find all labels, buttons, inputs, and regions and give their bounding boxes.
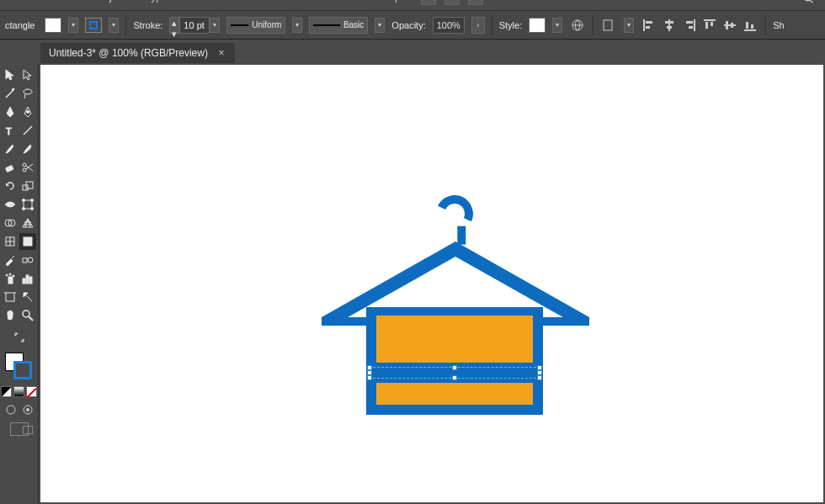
- blob-brush-tool-icon[interactable]: [19, 141, 36, 157]
- svg-rect-23: [751, 24, 753, 29]
- svg-rect-8: [646, 26, 650, 29]
- svg-rect-44: [24, 237, 32, 246]
- svg-point-26: [27, 111, 29, 114]
- towel-bottom-rect[interactable]: [375, 382, 534, 406]
- align-top-icon[interactable]: [701, 18, 718, 33]
- scissors-tool-icon[interactable]: [19, 159, 36, 176]
- brush-def-dropdown[interactable]: ▾: [375, 18, 385, 33]
- selection-tool-icon[interactable]: [2, 66, 19, 83]
- slice-tool-icon[interactable]: [19, 289, 36, 305]
- none-mode-icon[interactable]: [26, 386, 37, 397]
- scale-tool-icon[interactable]: [19, 178, 36, 194]
- style-label: Style:: [499, 20, 523, 30]
- align-right-icon[interactable]: [681, 18, 698, 33]
- stroke-profile-dropdown[interactable]: ▾: [292, 18, 302, 33]
- brush-def-select[interactable]: Basic: [309, 17, 368, 34]
- eyedropper-tool-icon[interactable]: [2, 252, 19, 268]
- stock-icon[interactable]: [444, 0, 460, 5]
- mesh-tool-icon[interactable]: [2, 233, 19, 250]
- svg-point-46: [28, 257, 33, 263]
- color-mode-icon[interactable]: [1, 386, 12, 397]
- resize-handle[interactable]: [367, 375, 372, 380]
- svg-point-35: [23, 199, 25, 202]
- align-to-icon[interactable]: [600, 17, 617, 34]
- svg-rect-11: [667, 26, 672, 29]
- symbol-sprayer-tool-icon[interactable]: [2, 270, 19, 287]
- stroke-weight-stepper[interactable]: ▴▾ 10 pt ▾: [169, 17, 220, 34]
- document-tab[interactable]: Untitled-3* @ 100% (RGB/Preview) ×: [40, 43, 235, 63]
- toggle-fill-stroke-icon[interactable]: [11, 329, 28, 346]
- hanger-hook-shape[interactable]: [431, 190, 478, 237]
- resize-handle[interactable]: [452, 365, 457, 370]
- svg-line-58: [29, 316, 33, 321]
- style-dropdown[interactable]: ▾: [552, 18, 562, 33]
- align-left-icon[interactable]: [641, 18, 657, 33]
- pen-tool-icon[interactable]: [2, 103, 19, 120]
- recolor-icon[interactable]: [569, 17, 586, 34]
- perspective-grid-tool-icon[interactable]: [19, 215, 36, 231]
- draw-normal-icon[interactable]: [5, 404, 17, 416]
- align-bottom-icon[interactable]: [742, 18, 758, 33]
- direct-selection-tool-icon[interactable]: [19, 66, 36, 83]
- stroke-color-swatch[interactable]: [13, 361, 32, 379]
- stroke-profile-select[interactable]: Uniform: [226, 17, 285, 34]
- opacity-more[interactable]: ›: [471, 17, 485, 34]
- svg-point-57: [23, 310, 29, 317]
- resize-handle[interactable]: [537, 375, 542, 380]
- eraser-tool-icon[interactable]: [2, 159, 19, 176]
- blend-tool-icon[interactable]: [19, 252, 36, 268]
- shape-panel-label[interactable]: Sh: [773, 20, 784, 30]
- stroke-weight-value[interactable]: 10 pt: [179, 17, 210, 34]
- resize-handle[interactable]: [452, 375, 457, 380]
- align-to-dropdown[interactable]: ▾: [624, 18, 634, 33]
- fill-dropdown[interactable]: ▾: [68, 18, 78, 33]
- hand-tool-icon[interactable]: [2, 307, 19, 324]
- document-tab-bar: Untitled-3* @ 100% (RGB/Preview) ×: [0, 40, 825, 63]
- fill-swatch[interactable]: [45, 18, 61, 33]
- svg-rect-22: [746, 22, 748, 29]
- arrange-icon[interactable]: [468, 0, 483, 5]
- curvature-tool-icon[interactable]: [19, 103, 36, 120]
- screen-mode-icon[interactable]: [10, 422, 29, 436]
- gradient-mode-icon[interactable]: [13, 386, 24, 397]
- opacity-label: Opacity:: [391, 20, 425, 30]
- draw-behind-icon[interactable]: [22, 404, 34, 416]
- column-graph-tool-icon[interactable]: [19, 270, 36, 287]
- stroke-swatch[interactable]: [85, 18, 102, 33]
- shape-builder-tool-icon[interactable]: [2, 215, 19, 231]
- towel-top-rect[interactable]: [375, 315, 534, 363]
- svg-point-30: [23, 163, 26, 167]
- svg-rect-16: [705, 22, 708, 29]
- free-transform-tool-icon[interactable]: [19, 196, 36, 213]
- style-swatch[interactable]: [529, 18, 546, 33]
- svg-point-38: [31, 208, 34, 210]
- tab-close-icon[interactable]: ×: [216, 47, 226, 59]
- shape-type-label: ctangle: [5, 20, 35, 30]
- svg-point-48: [6, 274, 8, 276]
- opacity-value[interactable]: 100%: [433, 17, 465, 34]
- zoom-tool-icon[interactable]: [19, 307, 36, 324]
- stroke-dropdown[interactable]: ▾: [109, 18, 119, 33]
- artboard-tool-icon[interactable]: [2, 289, 19, 305]
- fill-stroke-indicator[interactable]: [5, 353, 34, 381]
- lasso-tool-icon[interactable]: [19, 85, 36, 102]
- search-icon[interactable]: [803, 0, 818, 5]
- type-tool-icon[interactable]: T: [2, 122, 19, 139]
- magic-wand-tool-icon[interactable]: [2, 85, 19, 102]
- svg-rect-51: [23, 279, 25, 284]
- artboard[interactable]: [40, 65, 823, 502]
- line-tool-icon[interactable]: [19, 122, 36, 139]
- stroke-weight-dropdown[interactable]: ▾: [210, 18, 220, 33]
- svg-rect-20: [731, 23, 733, 28]
- gradient-tool-icon[interactable]: [19, 233, 36, 250]
- svg-line-1: [810, 0, 813, 3]
- align-hcenter-icon[interactable]: [661, 18, 678, 33]
- width-tool-icon[interactable]: [2, 196, 19, 213]
- svg-rect-34: [24, 200, 32, 209]
- rotate-tool-icon[interactable]: [2, 178, 19, 194]
- align-vcenter-icon[interactable]: [721, 18, 738, 33]
- paintbrush-tool-icon[interactable]: [2, 141, 19, 157]
- bridge-icon[interactable]: [421, 0, 436, 5]
- align-buttons: [641, 18, 758, 33]
- selection-bounding-box[interactable]: [369, 367, 540, 379]
